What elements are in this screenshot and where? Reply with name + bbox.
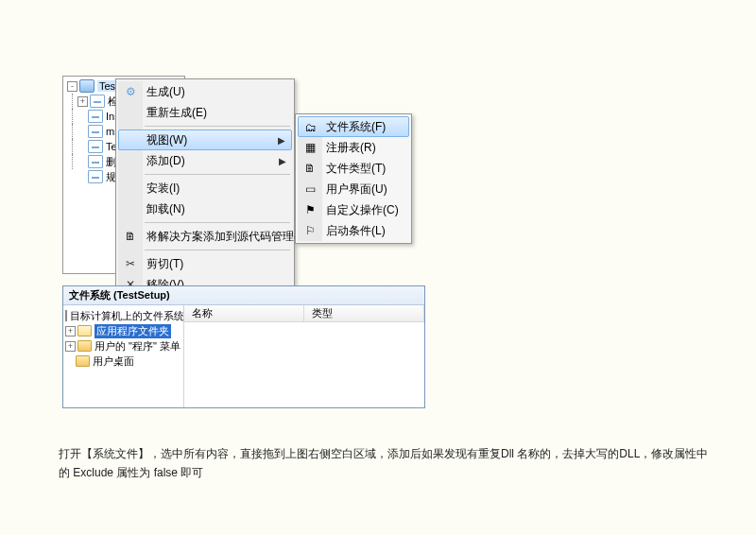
view-submenu: 🗂文件系统(F) ▦注册表(R) 🗎文件类型(T) ▭用户界面(U) ⚑自定义操… [295, 113, 412, 244]
menu-uninstall[interactable]: 卸载(N) [118, 198, 292, 219]
description-text: 打开【系统文件】，选中所有内容，直接拖到上图右侧空白区域，添加后如果发现有重复D… [59, 444, 718, 483]
menu-install[interactable]: 安装(I) [118, 178, 292, 198]
registry-icon: ▦ [302, 140, 318, 155]
scm-icon: 🗎 [123, 229, 138, 244]
menu-separator [145, 126, 290, 127]
collapse-icon[interactable]: - [67, 81, 77, 92]
menu-separator [145, 250, 290, 250]
project-icon [79, 79, 94, 93]
menu-separator [145, 222, 290, 223]
submenu-ui[interactable]: ▭用户界面(U) [298, 179, 409, 199]
fs-app-folder[interactable]: +应用程序文件夹 [65, 323, 181, 338]
doc-icon [88, 110, 103, 123]
menu-add[interactable]: 添加(D)▶ [118, 150, 292, 171]
menu-view[interactable]: 视图(W)▶ [118, 129, 292, 150]
doc-icon [88, 125, 103, 138]
fs-programs-menu[interactable]: +用户的 "程序" 菜单 [65, 338, 181, 354]
cut-icon: ✂ [123, 256, 138, 271]
filesystem-icon: 🗂 [303, 120, 318, 135]
expand-icon[interactable]: + [77, 96, 88, 107]
folder-icon [76, 355, 90, 367]
menu-rebuild[interactable]: 重新生成(E) [118, 102, 292, 123]
custom-icon: ⚑ [302, 202, 318, 217]
folder-icon [77, 340, 92, 352]
doc-icon [88, 155, 103, 168]
submenu-filetypes[interactable]: 🗎文件类型(T) [298, 158, 409, 179]
filesystem-panel: 文件系统 (TestSetup) 目标计算机上的文件系统 +应用程序文件夹 +用… [62, 285, 425, 408]
doc-icon [88, 140, 103, 153]
filetypes-icon: 🗎 [302, 161, 318, 176]
menu-build[interactable]: ⚙生成(U) [118, 81, 292, 102]
build-icon: ⚙ [123, 84, 138, 99]
filesystem-list[interactable]: 名称 类型 [184, 305, 424, 407]
menu-cut[interactable]: ✂剪切(T) [118, 253, 292, 274]
submenu-launch[interactable]: ⚐启动条件(L) [298, 220, 409, 241]
filesystem-tree[interactable]: 目标计算机上的文件系统 +应用程序文件夹 +用户的 "程序" 菜单 用户桌面 [63, 305, 184, 407]
column-name[interactable]: 名称 [184, 305, 304, 321]
submenu-arrow-icon: ▶ [279, 156, 286, 166]
expand-icon[interactable]: + [65, 326, 76, 337]
filesystem-title: 文件系统 (TestSetup) [63, 286, 424, 305]
launch-icon: ⚐ [302, 223, 318, 238]
doc-icon [88, 170, 103, 183]
fs-desktop[interactable]: 用户桌面 [65, 354, 181, 369]
submenu-custom[interactable]: ⚑自定义操作(C) [298, 199, 409, 220]
expand-icon[interactable]: + [65, 341, 76, 352]
submenu-arrow-icon: ▶ [278, 135, 285, 146]
column-type[interactable]: 类型 [304, 305, 424, 321]
submenu-registry[interactable]: ▦注册表(R) [298, 137, 409, 158]
submenu-filesystem[interactable]: 🗂文件系统(F) [298, 116, 409, 137]
fs-root[interactable]: 目标计算机上的文件系统 [65, 308, 181, 323]
doc-icon [90, 95, 105, 108]
menu-separator [145, 174, 290, 175]
menu-scm[interactable]: 🗎将解决方案添加到源代码管理(A)... [118, 226, 292, 247]
ui-icon: ▭ [302, 181, 318, 197]
folder-icon [77, 325, 92, 337]
computer-icon [65, 310, 67, 321]
